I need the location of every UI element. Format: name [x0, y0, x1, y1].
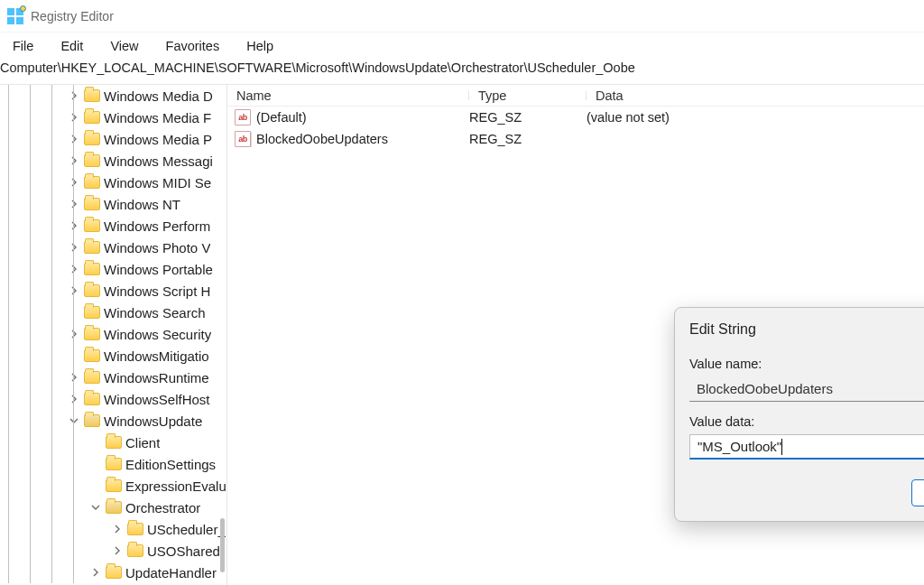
chevron-right-icon[interactable] [89, 566, 102, 579]
chevron-right-icon[interactable] [68, 219, 80, 232]
menu-help[interactable]: Help [241, 37, 279, 55]
tree-item-label: Client [125, 435, 160, 450]
tree-item-label: WindowsUpdate [104, 413, 202, 429]
chevron-right-icon[interactable] [68, 263, 80, 275]
tree-item-label: Windows Messagi [104, 153, 213, 169]
value-name-field[interactable]: BlockedOobeUpdaters [689, 376, 924, 402]
menu-file[interactable]: File [7, 37, 39, 55]
tree-item[interactable]: Windows Perform [0, 215, 226, 237]
tree-item[interactable]: Windows Search [0, 302, 226, 323]
edit-string-dialog: Edit String Value name: BlockedOobeUpdat… [674, 307, 924, 522]
chevron-right-icon[interactable] [68, 198, 80, 210]
col-type[interactable]: Type [469, 88, 587, 103]
tree-item[interactable]: Windows Portable [0, 258, 226, 280]
folder-icon [84, 89, 100, 102]
tree-item-label: Windows Search [104, 305, 206, 320]
app-title: Registry Editor [31, 9, 114, 23]
dialog-title: Edit String [689, 321, 756, 338]
menu-edit[interactable]: Edit [55, 37, 88, 55]
tree-item-label: Windows Media P [104, 132, 212, 147]
folder-icon [84, 414, 100, 427]
tree-item[interactable]: WindowsUpdate [0, 410, 226, 432]
string-value-icon: ab [235, 131, 251, 147]
folder-icon [84, 328, 100, 340]
chevron-right-icon[interactable] [68, 89, 80, 102]
tree-item-label: Windows NT [104, 197, 180, 212]
chevron-right-icon[interactable] [68, 154, 80, 167]
folder-icon [84, 154, 100, 167]
tree-item-label: Windows Security [104, 327, 211, 342]
value-data-text: "MS_Outlook" [698, 439, 781, 454]
tree-item-label: WindowsRuntime [104, 370, 209, 385]
tree-item-label: Windows Perform [104, 218, 210, 234]
tree-item-label: Windows Photo V [104, 240, 210, 255]
text-caret [781, 439, 782, 455]
tree-item[interactable]: UScheduler_ [0, 518, 226, 540]
tree-item-label: WindowsMitigatio [104, 348, 209, 364]
string-value-icon: ab [235, 109, 251, 125]
tree-item[interactable]: USOShared [0, 540, 226, 562]
address-bar[interactable]: Computer\HKEY_LOCAL_MACHINE\SOFTWARE\Mic… [0, 60, 924, 85]
tree-pane[interactable]: Windows Media DWindows Media FWindows Me… [0, 85, 227, 585]
chevron-right-icon[interactable] [68, 284, 80, 297]
tree-item-label: USOShared [147, 543, 220, 559]
menu-view[interactable]: View [105, 37, 143, 55]
col-data[interactable]: Data [587, 88, 633, 103]
folder-icon [84, 198, 100, 210]
tree-item[interactable]: Windows Media D [0, 85, 226, 107]
chevron-right-icon[interactable] [68, 371, 80, 384]
tree-item-label: WindowsSelfHost [104, 392, 210, 407]
tree-item-label: ExpressionEvalu [125, 478, 226, 494]
tree-item-label: Windows Portable [104, 262, 213, 277]
tree-item[interactable]: Windows Script H [0, 280, 226, 302]
value-name-label: Value name: [689, 357, 924, 371]
folder-icon [127, 523, 143, 535]
tree-item[interactable]: WindowsRuntime [0, 367, 226, 388]
chevron-right-icon[interactable] [68, 393, 80, 405]
folder-icon [106, 501, 122, 514]
tree-item[interactable]: WindowsSelfHost [0, 388, 226, 410]
tree-item[interactable]: Windows Media F [0, 107, 226, 128]
tree-item[interactable]: Windows Media P [0, 128, 226, 150]
tree-item[interactable]: Windows NT [0, 193, 226, 215]
list-row[interactable]: abBlockedOobeUpdatersREG_SZ [227, 128, 924, 150]
list-body: ab(Default)REG_SZ(value not set)abBlocke… [227, 107, 924, 150]
chevron-right-icon[interactable] [111, 523, 124, 535]
tree-item[interactable]: Windows Photo V [0, 237, 226, 258]
tree-item[interactable]: Windows Messagi [0, 150, 226, 172]
list-header: Name Type Data [227, 85, 924, 107]
tree-item[interactable]: Windows MIDI Se [0, 172, 226, 193]
regedit-icon [7, 8, 23, 24]
chevron-right-icon[interactable] [68, 176, 80, 189]
tree-item[interactable]: WindowsMitigatio [0, 345, 226, 367]
tree-item[interactable]: Client [0, 432, 226, 453]
tree-scrollbar-thumb[interactable] [220, 518, 225, 572]
menu-favorites[interactable]: Favorites [161, 37, 226, 55]
chevron-right-icon[interactable] [68, 133, 80, 145]
chevron-down-icon[interactable] [89, 501, 102, 514]
list-row[interactable]: ab(Default)REG_SZ(value not set) [227, 107, 924, 128]
folder-icon [84, 306, 100, 319]
chevron-right-icon[interactable] [68, 328, 80, 340]
folder-icon [106, 566, 122, 579]
folder-icon [84, 111, 100, 124]
tree-item[interactable]: Orchestrator [0, 497, 226, 518]
ok-button[interactable]: OK [911, 479, 924, 506]
chevron-right-icon[interactable] [68, 111, 80, 124]
chevron-right-icon[interactable] [68, 241, 80, 254]
tree-item[interactable]: UpdateHandler [0, 562, 226, 583]
col-name[interactable]: Name [227, 88, 469, 103]
titlebar: Registry Editor [0, 0, 924, 32]
chevron-right-icon[interactable] [111, 544, 124, 557]
tree-item-label: Windows Media F [104, 110, 211, 125]
value-name: (Default) [256, 110, 307, 125]
tree-item-label: Windows Script H [104, 283, 210, 299]
tree-item[interactable]: EditionSettings [0, 453, 226, 475]
tree-item-label: Windows MIDI Se [104, 175, 211, 190]
content: Windows Media DWindows Media FWindows Me… [0, 85, 924, 585]
tree-item[interactable]: Windows Security [0, 323, 226, 345]
value-data-field[interactable]: "MS_Outlook" [689, 434, 924, 460]
tree-item[interactable]: ExpressionEvalu [0, 475, 226, 497]
chevron-down-icon[interactable] [68, 414, 80, 427]
folder-icon [84, 263, 100, 275]
